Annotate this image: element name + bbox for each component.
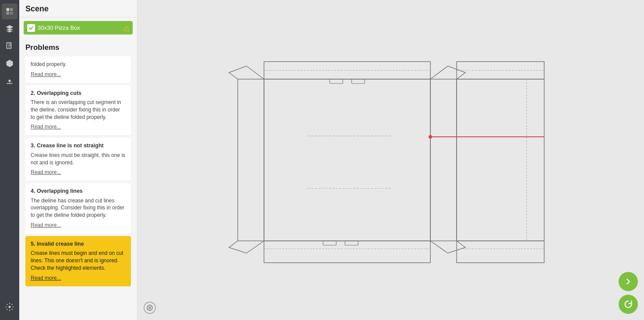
scene-item[interactable]: 30x30 Pizza Box △ bbox=[24, 21, 133, 35]
action-buttons bbox=[619, 272, 638, 314]
svg-rect-19 bbox=[330, 79, 343, 83]
layers-button[interactable] bbox=[2, 21, 18, 37]
problem-item-5: 5. Invalid crease line Crease lines must… bbox=[25, 236, 131, 286]
svg-rect-2 bbox=[7, 12, 10, 15]
reset-view-button[interactable] bbox=[144, 302, 156, 314]
settings-button[interactable] bbox=[2, 299, 18, 315]
files-button[interactable] bbox=[2, 38, 18, 54]
svg-rect-11 bbox=[238, 79, 264, 241]
problems-title: Problems bbox=[25, 43, 131, 52]
svg-rect-21 bbox=[323, 241, 336, 245]
sidebar: Scene 30x30 Pizza Box △ Problems folded … bbox=[19, 0, 137, 320]
upload-button[interactable] bbox=[2, 73, 18, 89]
problem-2-title: 2. Overlapping cuts bbox=[31, 90, 126, 97]
svg-point-26 bbox=[429, 135, 432, 139]
problem-3-read-more[interactable]: Read more... bbox=[31, 169, 61, 175]
svg-point-5 bbox=[9, 306, 11, 308]
problem-4-title: 4. Overlapping lines bbox=[31, 188, 126, 195]
problem-2-desc: There is an overlapping cut segment in t… bbox=[31, 99, 126, 121]
svg-point-28 bbox=[149, 307, 151, 309]
refresh-button[interactable] bbox=[619, 295, 638, 314]
check-icon bbox=[27, 24, 35, 32]
problem-2-read-more[interactable]: Read more... bbox=[31, 124, 61, 130]
next-button[interactable] bbox=[619, 272, 638, 291]
problem-3-desc: Crease lines must be straight, this one … bbox=[31, 152, 126, 167]
problem-item-4: 4. Overlapping lines The dieline has cre… bbox=[25, 183, 131, 233]
problem-item-1: folded properly. Read more... bbox=[25, 56, 131, 83]
models-button[interactable] bbox=[2, 56, 18, 72]
problem-4-read-more[interactable]: Read more... bbox=[31, 222, 61, 228]
problem-item-3: 3. Crease line is not straight Crease li… bbox=[25, 138, 131, 181]
svg-rect-12 bbox=[430, 79, 457, 241]
logo-button[interactable] bbox=[2, 3, 18, 19]
problem-1-desc: folded properly. bbox=[31, 61, 126, 68]
svg-point-27 bbox=[147, 305, 152, 310]
svg-rect-13 bbox=[457, 79, 544, 241]
problem-5-read-more[interactable]: Read more... bbox=[31, 275, 61, 281]
problem-1-read-more[interactable]: Read more... bbox=[31, 71, 61, 77]
svg-rect-0 bbox=[7, 8, 10, 11]
scene-item-label: 30x30 Pizza Box bbox=[38, 24, 121, 31]
svg-rect-22 bbox=[345, 241, 358, 245]
scene-title: Scene bbox=[19, 0, 137, 17]
canvas-area[interactable] bbox=[137, 0, 644, 320]
problem-item-2: 2. Overlapping cuts There is an overlapp… bbox=[25, 85, 131, 136]
problem-5-title: 5. Invalid crease line bbox=[31, 240, 126, 248]
toolbar bbox=[0, 0, 19, 320]
problem-4-desc: The dieline has crease and cut lines ove… bbox=[31, 197, 126, 219]
svg-rect-3 bbox=[10, 12, 13, 15]
svg-rect-6 bbox=[264, 79, 430, 241]
problem-3-title: 3. Crease line is not straight bbox=[31, 142, 126, 150]
problems-section: Problems folded properly. Read more... 2… bbox=[19, 38, 137, 292]
svg-rect-15 bbox=[457, 241, 544, 263]
dieline-canvas bbox=[220, 44, 562, 276]
svg-rect-9 bbox=[264, 241, 430, 263]
svg-rect-20 bbox=[352, 79, 365, 83]
svg-rect-1 bbox=[10, 8, 13, 11]
warning-icon: △ bbox=[124, 24, 129, 32]
problem-5-desc: Crease lines must begin and end on cut l… bbox=[31, 250, 126, 271]
